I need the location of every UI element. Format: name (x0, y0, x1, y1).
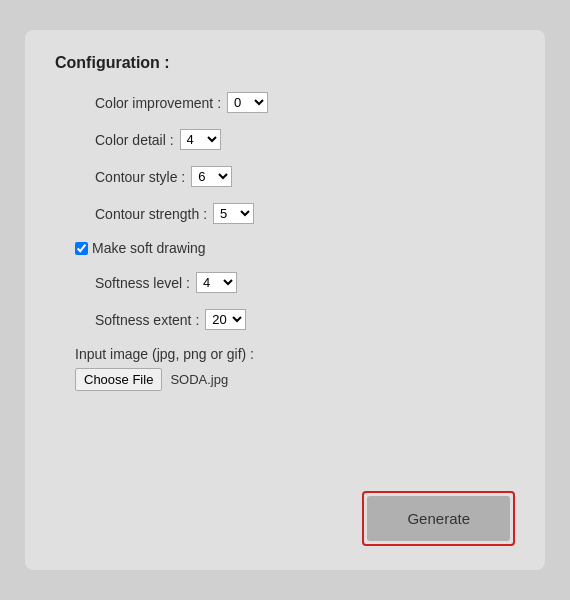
soft-drawing-checkbox[interactable] (75, 242, 88, 255)
softness-extent-label: Softness extent : (95, 312, 199, 328)
panel-title: Configuration : (55, 54, 515, 72)
color-improvement-row: Color improvement : 0123 4567 8910 (55, 92, 515, 113)
contour-style-label: Contour style : (95, 169, 185, 185)
file-name: SODA.jpg (170, 372, 228, 387)
choose-file-button[interactable]: Choose File (75, 368, 162, 391)
soft-drawing-label: Make soft drawing (92, 240, 206, 256)
bottom-row: Generate (55, 461, 515, 546)
soft-drawing-row: Make soft drawing (55, 240, 515, 256)
softness-level-select[interactable]: 0123 4567 8910 (196, 272, 237, 293)
color-detail-label: Color detail : (95, 132, 174, 148)
contour-style-row: Contour style : 0123 4567 8910 (55, 166, 515, 187)
configuration-panel: Configuration : Color improvement : 0123… (25, 30, 545, 570)
color-detail-select[interactable]: 0123 4567 8910 (180, 129, 221, 150)
generate-button-wrapper: Generate (362, 491, 515, 546)
file-row: Choose File SODA.jpg (75, 368, 515, 391)
file-input-label: Input image (jpg, png or gif) : (75, 346, 515, 362)
generate-button[interactable]: Generate (367, 496, 510, 541)
color-detail-row: Color detail : 0123 4567 8910 (55, 129, 515, 150)
softness-level-row: Softness level : 0123 4567 8910 (55, 272, 515, 293)
contour-strength-label: Contour strength : (95, 206, 207, 222)
contour-strength-select[interactable]: 0123 4567 8910 (213, 203, 254, 224)
contour-strength-row: Contour strength : 0123 4567 8910 (55, 203, 515, 224)
contour-style-select[interactable]: 0123 4567 8910 (191, 166, 232, 187)
softness-level-label: Softness level : (95, 275, 190, 291)
softness-extent-select[interactable]: 5101520 25303540 (205, 309, 246, 330)
softness-extent-row: Softness extent : 5101520 25303540 (55, 309, 515, 330)
color-improvement-select[interactable]: 0123 4567 8910 (227, 92, 268, 113)
color-improvement-label: Color improvement : (95, 95, 221, 111)
file-input-section: Input image (jpg, png or gif) : Choose F… (55, 346, 515, 391)
